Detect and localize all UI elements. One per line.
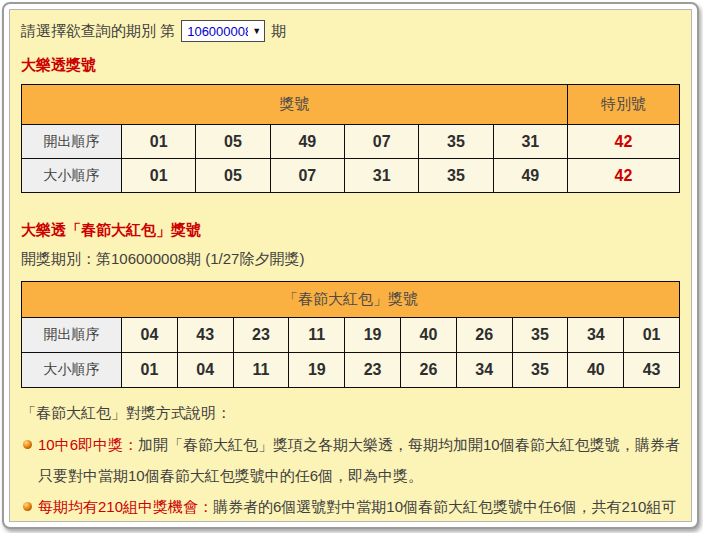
instruction-item: 每期均有210組中獎機會：購券者的6個選號對中當期10個春節大紅包獎號中任6個，… [21,491,680,522]
lotto-table-header-row: 獎號 特別號 [22,85,680,125]
instruction-highlight: 每期均有210組中獎機會： [38,498,213,515]
bullet-icon [23,502,32,511]
results-panel: 請選擇欲查詢的期別 第 106000008 ▼ 期 大樂透獎號 獎號 特別號 開… [9,9,692,522]
special-number: 42 [568,125,680,159]
winning-number: 23 [345,353,401,388]
instruction-highlight: 10中6即中獎： [38,436,138,453]
winning-number: 31 [344,159,418,193]
winning-number: 11 [233,353,289,388]
winning-number: 35 [512,318,568,353]
winning-number: 43 [624,353,680,388]
bullet-icon [23,440,32,449]
table-row: 大小順序01050731354942 [22,159,680,193]
winning-number: 19 [345,318,401,353]
term-select-wrap: 106000008 ▼ [181,20,265,42]
red-envelope-column-header: 「春節大紅包」獎號 [22,282,680,318]
instruction-item: 10中6即中獎：加開「春節大紅包」獎項之各期大樂透，每期均加開10個春節大紅包獎… [21,429,680,491]
red-envelope-table-header-row: 「春節大紅包」獎號 [22,282,680,318]
row-label: 大小順序 [22,353,122,388]
draw-term-select[interactable]: 106000008 [181,20,265,42]
results-window: 請選擇欲查詢的期別 第 106000008 ▼ 期 大樂透獎號 獎號 特別號 開… [2,2,699,529]
term-selector-row: 請選擇欲查詢的期別 第 106000008 ▼ 期 [21,20,680,42]
numbers-column-header: 獎號 [22,85,568,125]
lotto-results-table: 獎號 特別號 開出順序01054907353142大小順序01050731354… [21,84,680,193]
instructions-list: 10中6即中獎：加開「春節大紅包」獎項之各期大樂透，每期均加開10個春節大紅包獎… [21,429,680,522]
winning-number: 49 [270,125,344,159]
row-label: 開出順序 [22,318,122,353]
table-row: 大小順序01041119232634354043 [22,353,680,388]
red-envelope-results-table: 「春節大紅包」獎號 開出順序04432311194026353401大小順序01… [21,281,680,388]
winning-number: 01 [122,159,196,193]
winning-number: 07 [270,159,344,193]
winning-number: 40 [568,353,624,388]
winning-number: 40 [400,318,456,353]
winning-number: 35 [419,125,493,159]
special-column-header: 特別號 [568,85,680,125]
special-number: 42 [568,159,680,193]
winning-number: 07 [344,125,418,159]
draw-term-line: 開獎期別：第106000008期 (1/27除夕開獎) [21,250,680,269]
winning-number: 01 [122,353,178,388]
lotto-section-title: 大樂透獎號 [21,56,680,75]
winning-number: 35 [512,353,568,388]
winning-number: 31 [493,125,567,159]
row-label: 大小順序 [22,159,122,193]
winning-number: 01 [122,125,196,159]
winning-number: 26 [456,318,512,353]
winning-number: 01 [624,318,680,353]
winning-number: 05 [196,159,270,193]
winning-number: 11 [289,318,345,353]
term-selector-label-prefix: 請選擇欲查詢的期別 第 [21,22,175,41]
winning-number: 26 [400,353,456,388]
winning-number: 04 [177,353,233,388]
winning-number: 49 [493,159,567,193]
winning-number: 23 [233,318,289,353]
winning-number: 05 [196,125,270,159]
instructions-title: 「春節大紅包」對獎方式說明： [21,401,680,425]
winning-number: 43 [177,318,233,353]
winning-number: 34 [568,318,624,353]
table-row: 開出順序01054907353142 [22,125,680,159]
winning-number: 19 [289,353,345,388]
red-envelope-section-title: 大樂透「春節大紅包」獎號 [21,221,680,240]
winning-number: 04 [122,318,178,353]
term-selector-label-suffix: 期 [271,22,286,41]
winning-number: 35 [419,159,493,193]
winning-number: 34 [456,353,512,388]
table-row: 開出順序04432311194026353401 [22,318,680,353]
row-label: 開出順序 [22,125,122,159]
